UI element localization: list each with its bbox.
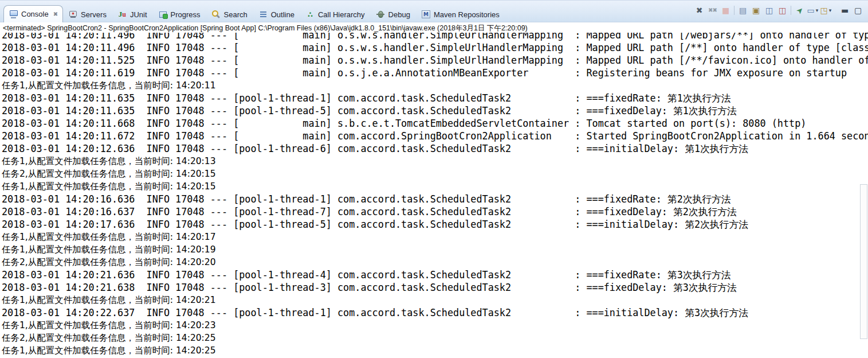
toolbar-separator <box>791 6 791 15</box>
view-tabs: Console ✖ Servers JUnit Progre <box>3 1 505 22</box>
launch-status-line: <terminated> SpringBootCron2 - SpringBoo… <box>0 22 868 33</box>
console-line: 任务1,从配置文件加载任务信息，当前时间: 14:20:21 <box>2 294 868 306</box>
console-line: 2018-03-01 14:20:21.638 INFO 17048 --- [… <box>2 281 868 294</box>
pin-console-button[interactable]: ➤ <box>793 5 806 16</box>
console-line: 2018-03-01 14:20:22.637 INFO 17048 --- [… <box>2 306 868 319</box>
console-line: 任务2,从配置文件加载任务信息，当前时间: 14:20:20 <box>2 256 868 268</box>
tab-label: Progress <box>171 10 201 19</box>
tab-debug[interactable]: Debug <box>371 7 416 22</box>
tab-label: JUnit <box>130 10 147 19</box>
show-stderr-when-changed-button[interactable]: ◫ <box>776 5 789 16</box>
console-line: 2018-03-01 14:20:21.636 INFO 17048 --- [… <box>2 268 868 281</box>
outline-icon <box>258 10 268 19</box>
console-line: 任务1,从配置文件加载任务信息，当前时间: 14:20:23 <box>2 319 868 332</box>
tab-label: Outline <box>271 10 294 19</box>
tab-label: Servers <box>81 10 107 19</box>
tab-search[interactable]: Search <box>206 7 253 22</box>
tab-label: Console <box>21 10 49 18</box>
clear-console-button[interactable]: ▤ <box>736 5 749 16</box>
console-line: 2018-03-01 14:20:11.668 INFO 17048 --- [… <box>2 117 868 130</box>
call-hierarchy-icon <box>305 10 315 19</box>
tab-label: Search <box>224 10 248 19</box>
tab-maven-repositories[interactable]: Maven Repositories <box>416 7 505 22</box>
tab-junit[interactable]: JUnit <box>112 7 153 22</box>
show-stdout-when-changed-button[interactable]: ◫ <box>763 5 776 16</box>
maximize-button[interactable]: ▢ <box>851 5 865 16</box>
console-icon <box>9 10 18 19</box>
console-line: 2018-03-01 14:20:11.496 INFO 17048 --- [… <box>2 33 868 41</box>
view-tabbar: Console ✖ Servers JUnit Progre <box>0 1 868 22</box>
console-line: 任务2,从配置文件加载任务信息，当前时间: 14:20:25 <box>2 332 868 344</box>
toolbar-gap <box>832 5 838 16</box>
console-log: 2018-03-01 14:20:11.496 INFO 17048 --- [… <box>0 33 868 357</box>
open-console-button[interactable]: ◳ <box>819 5 832 16</box>
minimize-button[interactable]: ▬ <box>838 5 851 16</box>
console-line: 任务1,从配置文件加载任务信息，当前时间: 14:20:11 <box>2 79 868 92</box>
tab-servers[interactable]: Servers <box>63 7 112 22</box>
display-selected-console-button[interactable]: ▭ <box>806 5 819 16</box>
toolbar-separator <box>734 6 735 15</box>
console-line: 任务1,从配置文件加载任务信息，当前时间: 14:20:19 <box>2 243 868 256</box>
console-line: 2018-03-01 14:20:11.525 INFO 17048 --- [… <box>2 54 868 67</box>
console-line: 2018-03-01 14:20:11.619 INFO 17048 --- [… <box>2 67 868 79</box>
console-line: 2018-03-01 14:20:16.636 INFO 17048 --- [… <box>2 193 868 205</box>
console-line: 2018-03-01 14:20:16.637 INFO 17048 --- [… <box>2 205 868 218</box>
tab-label: Call Hierarchy <box>318 10 365 19</box>
tab-call-hierarchy[interactable]: Call Hierarchy <box>300 7 371 22</box>
console-output[interactable]: 2018-03-01 14:20:11.496 INFO 17048 --- [… <box>0 33 868 358</box>
terminate-button[interactable]: ■ <box>719 5 732 16</box>
console-line: 任务1,从配置文件加载任务信息，当前时间: 14:20:17 <box>2 231 868 243</box>
console-toolbar: ✖ ✖✖ ■ ▤ ▣ <box>693 1 865 22</box>
search-icon <box>211 10 221 19</box>
eclipse-console-view: Console ✖ Servers JUnit Progre <box>0 0 868 358</box>
debug-icon <box>376 10 386 19</box>
progress-icon <box>158 10 168 19</box>
console-line: 2018-03-01 14:20:11.635 INFO 17048 --- [… <box>2 104 868 117</box>
tab-outline[interactable]: Outline <box>253 7 300 22</box>
console-line: 任务1,从配置文件加载任务信息，当前时间: 14:20:13 <box>2 155 868 168</box>
tab-console[interactable]: Console ✖ <box>3 5 63 22</box>
console-line: 2018-03-01 14:20:12.636 INFO 17048 --- [… <box>2 142 868 155</box>
remove-launch-button[interactable]: ✖ <box>693 5 706 16</box>
junit-icon <box>117 10 127 19</box>
close-icon[interactable]: ✖ <box>53 11 58 17</box>
console-line: 任务1,从配置文件加载任务信息，当前时间: 14:20:15 <box>2 180 868 193</box>
servers-icon <box>68 10 78 19</box>
maven-icon <box>421 10 431 19</box>
console-line: 任务2,从配置文件加载任务信息，当前时间: 14:20:15 <box>2 168 868 180</box>
console-line: 2018-03-01 14:20:17.636 INFO 17048 --- [… <box>2 218 868 231</box>
console-line: 任务1,从配置文件加载任务信息，当前时间: 14:20:25 <box>2 344 868 357</box>
remove-all-terminated-button[interactable]: ✖✖ <box>706 5 719 16</box>
tab-progress[interactable]: Progress <box>153 7 206 22</box>
console-line: 2018-03-01 14:20:11.496 INFO 17048 --- [… <box>2 41 868 54</box>
vertical-scrollbar-thumb[interactable] <box>860 184 867 339</box>
tab-label: Maven Repositories <box>434 10 500 19</box>
console-line: 2018-03-01 14:20:11.635 INFO 17048 --- [… <box>2 92 868 104</box>
console-line: 2018-03-01 14:20:11.672 INFO 17048 --- [… <box>2 130 868 142</box>
tab-label: Debug <box>388 10 410 19</box>
scroll-lock-button[interactable]: ▣ <box>749 5 763 16</box>
